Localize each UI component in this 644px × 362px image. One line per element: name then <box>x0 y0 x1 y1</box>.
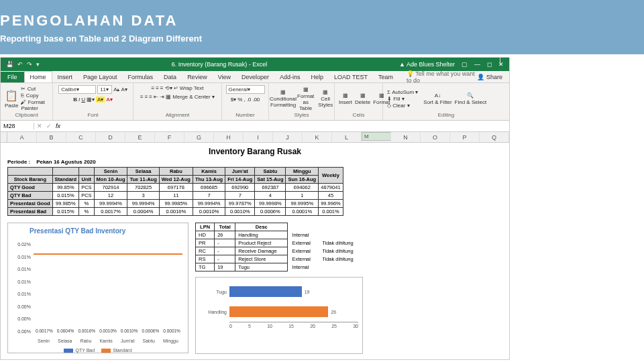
indent-dec-icon[interactable]: ⇤ <box>154 94 158 100</box>
minimize-icon[interactable]: — <box>474 61 480 68</box>
titlebar: 💾 ↶ ↷ ▾ 6. Inventory (Barang Rusak) - Ex… <box>1 58 509 71</box>
fx-icon[interactable]: fx <box>56 123 60 129</box>
border-button[interactable]: ▦▾ <box>87 97 95 103</box>
orientation-icon[interactable]: ⟲▾ <box>165 85 172 91</box>
clear-button[interactable]: ◇ Clear ▾ <box>387 103 418 109</box>
cancel-icon[interactable]: ✕ <box>37 123 42 129</box>
chart-qty-bad[interactable]: Presentasi QTY Bad Inventory 0.02%0.01%0… <box>7 223 189 353</box>
tab-view[interactable]: View <box>213 72 236 82</box>
decrease-font-icon[interactable]: A▾ <box>121 86 127 93</box>
col-E[interactable]: E <box>125 132 155 142</box>
col-O[interactable]: O <box>421 132 450 142</box>
align-bot-icon[interactable]: ≡ <box>160 85 164 91</box>
qat-more-icon[interactable]: ▾ <box>36 61 40 68</box>
comma-icon[interactable]: , <box>244 97 245 103</box>
fill-button[interactable]: ⬇ Fill ▾ <box>387 96 418 102</box>
currency-icon[interactable]: $▾ <box>231 97 236 103</box>
insert-icon: ▦ <box>343 93 348 99</box>
paste-icon: 📋 <box>5 89 18 102</box>
font-size-select[interactable]: 11 ▾ <box>97 85 112 94</box>
merge-button[interactable]: ▦ Merge & Center ▾ <box>166 94 215 100</box>
sheet-area[interactable]: Inventory Barang Rusak Periode : Pekan 1… <box>1 143 509 359</box>
undo-icon[interactable]: ↶ <box>17 61 23 68</box>
tell-me[interactable]: 💡 Tell me what you want to do <box>398 70 478 84</box>
chart-lpn-bar[interactable]: Tugu19Handling26051015202530 <box>195 277 363 354</box>
redo-icon[interactable]: ↷ <box>27 61 32 68</box>
tab-data[interactable]: Data <box>158 72 182 82</box>
col-A[interactable]: A <box>7 132 37 142</box>
col-G[interactable]: G <box>184 132 214 142</box>
inventory-table[interactable]: SeninSelasaRabuKamisJum'atSabtuMingguWee… <box>7 167 343 216</box>
name-box[interactable]: M28 <box>1 123 34 129</box>
col-L[interactable]: L <box>332 132 362 142</box>
share-button[interactable]: 👤 Share <box>477 74 509 80</box>
number-format-select[interactable]: General ▾ <box>226 85 265 94</box>
col-I[interactable]: I <box>244 132 273 142</box>
tab-file[interactable]: File <box>1 72 24 82</box>
col-M[interactable]: M <box>362 132 391 141</box>
enter-icon[interactable]: ✓ <box>46 123 52 129</box>
align-top-icon[interactable]: ≡ <box>152 85 155 91</box>
user-badge[interactable]: ▲ Ade Blues Shelter <box>399 61 455 68</box>
fill-color-button[interactable]: A▾ <box>96 97 105 103</box>
tab-addins[interactable]: Add-ins <box>274 72 306 82</box>
select-all-corner[interactable] <box>1 132 7 142</box>
formula-input[interactable] <box>64 123 506 129</box>
tab-page-layout[interactable]: Page Layout <box>78 72 123 82</box>
save-icon[interactable]: 💾 <box>6 61 13 68</box>
lpn-table[interactable]: LPNTotalDescHD26HandlingInternalPR-Produ… <box>195 223 363 272</box>
align-center-icon[interactable]: ≡ <box>145 94 148 100</box>
col-C[interactable]: C <box>66 132 96 142</box>
wrap-text-button[interactable]: ↵ Wrap Text <box>174 85 204 91</box>
group-styles-label: Styles <box>273 112 330 118</box>
group-cells-label: Cells <box>339 112 378 118</box>
cut-button[interactable]: ✂ Cut <box>21 86 48 92</box>
sort-filter-button[interactable]: A↓Sort & Filter <box>423 93 451 105</box>
tab-loadtest[interactable]: LOAD TEST <box>329 72 373 82</box>
tab-home[interactable]: Home <box>24 71 52 82</box>
tab-formulas[interactable]: Formulas <box>123 72 159 82</box>
cf-icon: ▦ <box>280 89 286 95</box>
col-N[interactable]: N <box>391 132 421 142</box>
inc-decimal-icon[interactable]: .0 <box>247 97 252 103</box>
sheet-title: Inventory Barang Rusak <box>7 147 502 156</box>
tab-review[interactable]: Review <box>182 72 213 82</box>
tab-developer[interactable]: Developer <box>236 72 274 82</box>
col-B[interactable]: B <box>37 132 66 142</box>
delete-button[interactable]: ▦Delete <box>355 93 370 105</box>
format-painter-button[interactable]: 🖌 Format Painter <box>21 99 48 111</box>
conditional-formatting-button[interactable]: ▦Conditional Formatting <box>273 89 293 108</box>
align-left-icon[interactable]: ≡ <box>140 94 144 100</box>
col-H[interactable]: H <box>214 132 244 142</box>
collapse-ribbon-icon[interactable]: ˄ <box>500 58 508 66</box>
percent-icon[interactable]: % <box>237 97 242 103</box>
italic-button[interactable]: I <box>78 97 80 103</box>
col-P[interactable]: P <box>450 132 480 142</box>
col-Q[interactable]: Q <box>480 132 509 142</box>
dec-decimal-icon[interactable]: .00 <box>252 97 260 103</box>
align-right-icon[interactable]: ≡ <box>149 94 152 100</box>
increase-font-icon[interactable]: A▴ <box>113 86 119 93</box>
col-F[interactable]: F <box>155 132 184 142</box>
font-name-select[interactable]: Calibri ▾ <box>58 85 96 94</box>
font-color-button[interactable]: A▾ <box>106 97 112 103</box>
ribbon-options-icon[interactable]: ▢ <box>462 61 468 68</box>
paste-button[interactable]: 📋 Paste <box>5 89 18 109</box>
autosum-button[interactable]: Σ AutoSum ▾ <box>387 89 418 95</box>
insert-button[interactable]: ▦Insert <box>339 93 352 105</box>
tab-insert[interactable]: Insert <box>52 72 78 82</box>
copy-button[interactable]: ⎘ Copy <box>21 93 48 99</box>
bold-button[interactable]: B <box>73 97 77 103</box>
underline-button[interactable]: U <box>81 97 85 103</box>
align-mid-icon[interactable]: ≡ <box>156 85 159 91</box>
tab-help[interactable]: Help <box>306 72 329 82</box>
col-J[interactable]: J <box>273 132 303 142</box>
col-K[interactable]: K <box>303 132 332 142</box>
indent-inc-icon[interactable]: ⇥ <box>160 94 164 100</box>
maximize-icon[interactable]: ◻ <box>487 61 492 68</box>
find-select-button[interactable]: 🔍Find & Select <box>455 93 487 105</box>
format-as-table-button[interactable]: ▦Format as Table <box>297 86 314 111</box>
cell-styles-button[interactable]: ▦Cell Styles <box>318 89 333 108</box>
col-D[interactable]: D <box>96 132 125 142</box>
tab-team[interactable]: Team <box>373 72 398 82</box>
